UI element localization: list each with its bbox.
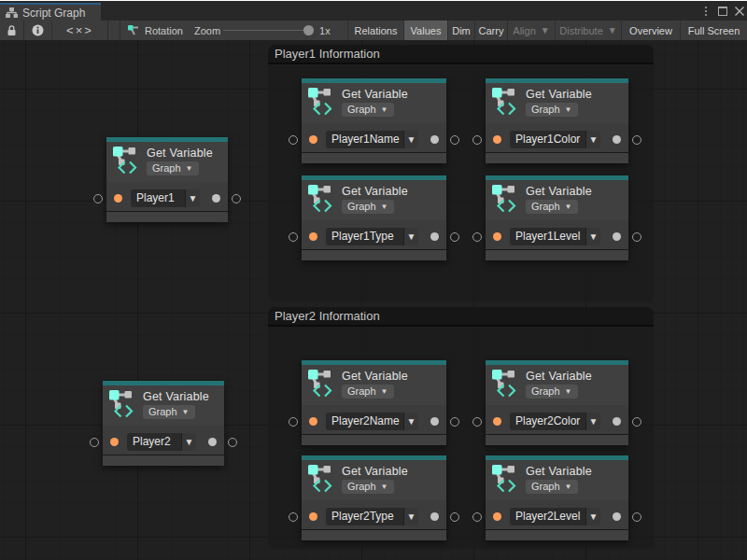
node-get-variable-player1level[interactable]: Get Variable Graph ▼ Player1Level ▼ bbox=[486, 175, 628, 260]
output-port[interactable] bbox=[228, 438, 237, 447]
lock-button[interactable] bbox=[0, 21, 23, 40]
input-port[interactable] bbox=[289, 232, 298, 242]
graph-kind-dropdown[interactable]: Graph ▼ bbox=[526, 480, 578, 494]
variable-name-port[interactable] bbox=[110, 438, 119, 446]
dropdown-arrow-icon[interactable]: ▼ bbox=[586, 508, 600, 525]
carry-button[interactable]: Carry bbox=[474, 21, 507, 40]
fullscreen-button[interactable]: Full Screen bbox=[680, 21, 747, 40]
output-port[interactable] bbox=[632, 417, 641, 427]
group-header[interactable]: Player1 Information bbox=[268, 45, 654, 64]
variable-dropdown-value[interactable]: Player2Color bbox=[510, 413, 586, 430]
node-get-variable-player1[interactable]: Get Variable Graph ▼ Player1 ▼ bbox=[106, 137, 228, 222]
variable-name-port[interactable] bbox=[309, 135, 317, 144]
window-menu-icon[interactable] bbox=[699, 5, 712, 18]
input-port[interactable] bbox=[90, 438, 99, 447]
tab-script-graph[interactable]: Script Graph bbox=[0, 3, 101, 21]
input-port[interactable] bbox=[472, 512, 482, 522]
info-button[interactable] bbox=[24, 21, 51, 40]
input-port[interactable] bbox=[93, 194, 103, 203]
overview-button[interactable]: Overview bbox=[621, 21, 680, 40]
variable-dropdown-value[interactable]: Player1 bbox=[131, 189, 186, 207]
variable-dropdown[interactable]: Player2Level ▼ bbox=[510, 508, 600, 525]
node-get-variable-player2type[interactable]: Get Variable Graph ▼ Player2Type ▼ bbox=[302, 455, 446, 540]
group-header[interactable]: Player2 Information bbox=[268, 307, 654, 327]
variable-dropdown[interactable]: Player2Color ▼ bbox=[510, 413, 600, 430]
node-header[interactable]: Get Variable Graph ▼ bbox=[486, 460, 628, 500]
graph-kind-dropdown[interactable]: Graph ▼ bbox=[526, 385, 578, 399]
maximize-icon[interactable] bbox=[718, 7, 727, 16]
variable-dropdown[interactable]: Player1 ▼ bbox=[131, 189, 200, 207]
graph-canvas[interactable]: Player1 Information Player2 Information … bbox=[0, 40, 747, 560]
node-header[interactable]: Get Variable Graph ▼ bbox=[106, 142, 228, 182]
node-header[interactable]: Get Variable Graph ▼ bbox=[302, 83, 446, 123]
variable-dropdown-value[interactable]: Player2Type bbox=[326, 508, 404, 525]
variable-dropdown[interactable]: Player1Type ▼ bbox=[326, 228, 418, 245]
input-port[interactable] bbox=[289, 417, 298, 427]
input-port[interactable] bbox=[289, 135, 298, 145]
variable-dropdown-value[interactable]: Player1Name bbox=[326, 131, 404, 148]
node-get-variable-player2color[interactable]: Get Variable Graph ▼ Player2Color ▼ bbox=[486, 360, 628, 445]
graph-kind-dropdown[interactable]: Graph ▼ bbox=[526, 103, 578, 117]
variable-name-port[interactable] bbox=[309, 232, 317, 241]
variable-dropdown-value[interactable]: Player1Level bbox=[510, 228, 586, 245]
output-port[interactable] bbox=[450, 417, 459, 427]
variable-name-port[interactable] bbox=[309, 417, 317, 426]
node-header[interactable]: Get Variable Graph ▼ bbox=[302, 365, 446, 405]
distribute-button[interactable]: Distribute▼ bbox=[555, 21, 621, 40]
variable-dropdown-value[interactable]: Player1Color bbox=[510, 131, 586, 148]
variable-dropdown-value[interactable]: Player2Name bbox=[326, 413, 404, 430]
node-header[interactable]: Get Variable Graph ▼ bbox=[486, 180, 628, 220]
dropdown-arrow-icon[interactable]: ▼ bbox=[182, 433, 196, 451]
dim-button[interactable]: Dim bbox=[447, 21, 474, 40]
variable-name-port[interactable] bbox=[114, 194, 122, 203]
close-icon[interactable] bbox=[733, 2, 745, 21]
dropdown-arrow-icon[interactable]: ▼ bbox=[404, 508, 418, 525]
node-get-variable-player2[interactable]: Get Variable Graph ▼ Player2 ▼ bbox=[103, 381, 224, 466]
node-get-variable-player2level[interactable]: Get Variable Graph ▼ Player2Level ▼ bbox=[486, 455, 628, 540]
zoom-slider-handle[interactable] bbox=[303, 25, 314, 35]
output-port[interactable] bbox=[450, 232, 459, 242]
output-port[interactable] bbox=[450, 135, 459, 145]
variables-toggle-button[interactable]: <×> bbox=[52, 21, 107, 40]
input-port[interactable] bbox=[472, 232, 482, 242]
node-get-variable-player1name[interactable]: Get Variable Graph ▼ Player1Name ▼ bbox=[302, 78, 446, 163]
dropdown-arrow-icon[interactable]: ▼ bbox=[586, 228, 600, 245]
node-header[interactable]: Get Variable Graph ▼ bbox=[302, 460, 446, 500]
graph-kind-dropdown[interactable]: Graph ▼ bbox=[342, 385, 394, 399]
variable-dropdown[interactable]: Player2Type ▼ bbox=[326, 508, 418, 525]
variable-name-port[interactable] bbox=[493, 417, 501, 426]
node-get-variable-player1type[interactable]: Get Variable Graph ▼ Player1Type ▼ bbox=[302, 175, 446, 260]
graph-kind-dropdown[interactable]: Graph ▼ bbox=[147, 161, 199, 175]
node-get-variable-player2name[interactable]: Get Variable Graph ▼ Player2Name ▼ bbox=[302, 360, 446, 445]
dropdown-arrow-icon[interactable]: ▼ bbox=[404, 228, 418, 245]
dropdown-arrow-icon[interactable]: ▼ bbox=[586, 413, 600, 430]
align-button[interactable]: Align▼ bbox=[507, 21, 555, 40]
input-port[interactable] bbox=[472, 135, 482, 145]
graph-kind-dropdown[interactable]: Graph ▼ bbox=[526, 200, 578, 214]
variable-dropdown-value[interactable]: Player2Level bbox=[510, 508, 586, 525]
rotation-control[interactable]: Rotation bbox=[120, 21, 183, 40]
zoom-slider[interactable] bbox=[223, 21, 314, 40]
node-header[interactable]: Get Variable Graph ▼ bbox=[103, 385, 224, 426]
input-port[interactable] bbox=[472, 417, 482, 427]
graph-kind-dropdown[interactable]: Graph ▼ bbox=[342, 480, 394, 494]
variable-name-port[interactable] bbox=[309, 512, 317, 521]
dropdown-arrow-icon[interactable]: ▼ bbox=[586, 131, 600, 148]
relations-button[interactable]: Relations bbox=[347, 21, 403, 40]
node-header[interactable]: Get Variable Graph ▼ bbox=[302, 180, 446, 220]
variable-dropdown[interactable]: Player1Level ▼ bbox=[510, 228, 600, 245]
output-port[interactable] bbox=[632, 232, 641, 242]
graph-kind-dropdown[interactable]: Graph ▼ bbox=[342, 200, 394, 214]
variable-dropdown-value[interactable]: Player1Type bbox=[326, 228, 404, 245]
dropdown-arrow-icon[interactable]: ▼ bbox=[404, 131, 418, 148]
values-button[interactable]: Values bbox=[403, 21, 447, 40]
variable-dropdown[interactable]: Player1Name ▼ bbox=[326, 131, 418, 148]
node-header[interactable]: Get Variable Graph ▼ bbox=[486, 83, 628, 123]
variable-dropdown[interactable]: Player2Name ▼ bbox=[326, 413, 418, 430]
graph-kind-dropdown[interactable]: Graph ▼ bbox=[143, 405, 195, 419]
variable-dropdown-value[interactable]: Player2 bbox=[127, 433, 182, 451]
variable-name-port[interactable] bbox=[493, 512, 501, 521]
variable-dropdown[interactable]: Player1Color ▼ bbox=[510, 131, 600, 148]
variable-name-port[interactable] bbox=[493, 232, 501, 241]
variable-name-port[interactable] bbox=[493, 135, 501, 144]
